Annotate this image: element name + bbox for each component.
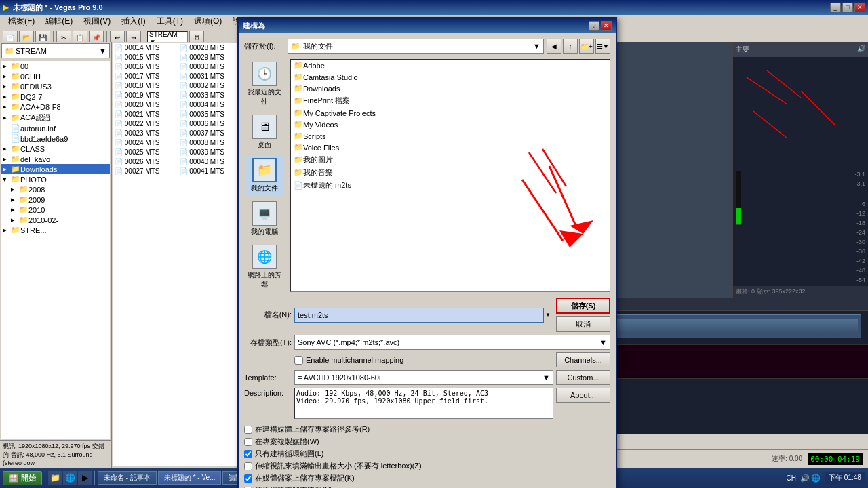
file-00036[interactable]: 📄 00036 MTS xyxy=(178,119,243,128)
shortcut-my-computer[interactable]: 💻 我的電腦 xyxy=(245,199,283,239)
ql-ie[interactable]: 🌐 xyxy=(63,471,77,485)
file-my-pictures[interactable]: 📁我的圖片 xyxy=(291,153,610,166)
file-00033[interactable]: 📄 00033 MTS xyxy=(178,91,243,100)
file-00030[interactable]: 📄 00030 MTS xyxy=(178,62,243,71)
file-00015[interactable]: 📄 00015 MTS xyxy=(113,53,178,62)
checkbox-copy-media[interactable] xyxy=(244,438,252,446)
file-00025[interactable]: 📄 00025 MTS xyxy=(113,148,178,157)
filename-input[interactable] xyxy=(294,308,544,323)
menu-file[interactable]: 檔案(F) xyxy=(3,14,40,28)
close-btn[interactable]: ✕ xyxy=(854,3,865,12)
file-00020[interactable]: 📄 00020 MTS xyxy=(113,100,178,109)
file-00032[interactable]: 📄 00032 MTS xyxy=(178,81,243,90)
menu-insert[interactable]: 插入(I) xyxy=(116,14,151,28)
file-00031[interactable]: 📄 00031 MTS xyxy=(178,72,243,81)
ql-media[interactable]: ▶ xyxy=(78,471,92,485)
minimize-btn[interactable]: _ xyxy=(830,3,841,12)
dialog-help-btn[interactable]: ? xyxy=(589,21,599,30)
description-textarea[interactable]: Audio: 192 Kbps, 48,000 Hz, 24 Bit, Ster… xyxy=(294,388,553,419)
file-00039[interactable]: 📄 00039 MTS xyxy=(178,148,243,157)
file-list[interactable]: 📄 00014 MTS 📄 00028 MTS 📄 00015 MTS 📄 00… xyxy=(113,43,242,466)
tree-item-00[interactable]: ▸📁00 xyxy=(1,61,110,71)
file-00034[interactable]: 📄 00034 MTS xyxy=(178,100,243,109)
menu-edit[interactable]: 編輯(E) xyxy=(40,14,78,28)
tree-item-class[interactable]: ▸📁CLASS xyxy=(1,144,110,154)
dialog-close-btn[interactable]: ✕ xyxy=(601,21,612,30)
file-00014[interactable]: 📄 00014 MTS xyxy=(113,43,178,52)
file-00037[interactable]: 📄 00037 MTS xyxy=(178,129,243,138)
file-scripts[interactable]: 📁Scripts xyxy=(291,130,610,142)
file-00021[interactable]: 📄 00021 MTS xyxy=(113,110,178,119)
file-00017[interactable]: 📄 00017 MTS xyxy=(113,72,178,81)
checkbox-save-markers[interactable] xyxy=(244,474,252,483)
nav-view-btn[interactable]: ☰▼ xyxy=(595,39,610,54)
menu-options[interactable]: 選項(O) xyxy=(189,14,227,28)
file-my-videos[interactable]: 📁My Videos xyxy=(291,119,610,130)
file-00027[interactable]: 📄 00027 MTS xyxy=(113,167,178,176)
file-list-area[interactable]: 📁Adobe 📁Camtasia Studio 📁Downloads 📁Fine… xyxy=(290,59,610,292)
file-m2ts[interactable]: 📄未標題的.m2ts xyxy=(291,179,610,192)
tree-item-bbd[interactable]: 📄bbd1aefde6a9 xyxy=(1,134,110,144)
file-captivate[interactable]: 📁My Captivate Projects xyxy=(291,107,610,119)
file-downloads[interactable]: 📁Downloads xyxy=(291,83,610,94)
file-my-music[interactable]: 📁我的音樂 xyxy=(291,166,610,179)
template-combo[interactable]: = AVCHD 1920x1080-60i ▼ xyxy=(294,370,553,385)
about-button[interactable]: About... xyxy=(556,388,610,403)
taskbar-vegas[interactable]: 未標題的 * - Ve... xyxy=(158,471,222,485)
custom-button[interactable]: Custom... xyxy=(556,370,610,385)
file-00018[interactable]: 📄 00018 MTS xyxy=(113,81,178,90)
checkbox-save-path[interactable] xyxy=(244,426,252,434)
filetype-combo[interactable]: Sony AVC (*.mp4;*.m2ts;*.avc) ▼ xyxy=(294,335,610,350)
file-00024[interactable]: 📄 00024 MTS xyxy=(113,138,178,147)
shortcut-desktop[interactable]: 🖥 桌面 xyxy=(245,112,283,152)
tree-item-del-kavo[interactable]: ▸📁del_kavo xyxy=(1,154,110,164)
file-fineprint[interactable]: 📁FinePrint 檔案 xyxy=(291,94,610,107)
file-00035[interactable]: 📄 00035 MTS xyxy=(178,110,243,119)
tree-item-2008[interactable]: ▸📁2008 xyxy=(1,184,110,195)
file-00040[interactable]: 📄 00040 MTS xyxy=(178,157,243,166)
file-adobe[interactable]: 📁Adobe xyxy=(291,60,610,71)
file-camtasia[interactable]: 📁Camtasia Studio xyxy=(291,71,610,83)
tree-item-0chh[interactable]: ▸📁0CHH xyxy=(1,71,110,81)
tree-item-aca[interactable]: ▸📁ACA認證 xyxy=(1,112,110,123)
maximize-btn[interactable]: □ xyxy=(842,3,853,12)
nav-create-folder-btn[interactable]: 📁+ xyxy=(579,39,594,54)
tree-item-dq2-7[interactable]: ▸📁DQ2-7 xyxy=(1,92,110,102)
cancel-button[interactable]: 取消 xyxy=(556,316,610,332)
shortcut-recent[interactable]: 🕒 我最近的文件 xyxy=(245,59,283,109)
file-00041[interactable]: 📄 00041 MTS xyxy=(178,167,243,176)
save-location-combo[interactable]: 📁 我的文件 ▼ xyxy=(288,39,544,54)
tree-item-photo[interactable]: ▾📁PHOTO xyxy=(1,174,110,184)
file-00016[interactable]: 📄 00016 MTS xyxy=(113,62,178,71)
start-button[interactable]: 🪟 開始 xyxy=(3,471,42,485)
checkbox-loop-range[interactable] xyxy=(244,450,252,458)
nav-up-btn[interactable]: ↑ xyxy=(563,39,578,54)
menu-tools[interactable]: 工具(T) xyxy=(151,14,189,28)
file-00019[interactable]: 📄 00019 MTS xyxy=(113,91,178,100)
file-00038[interactable]: 📄 00038 MTS xyxy=(178,138,243,147)
tree-item-downloads[interactable]: ▸📁Downloads xyxy=(1,164,110,174)
checkbox-stretch-video[interactable] xyxy=(244,462,252,470)
tree-item-2010-02[interactable]: ▸📁2010-02- xyxy=(1,215,110,225)
shortcut-network[interactable]: 🌐 網路上的芳鄰 xyxy=(245,242,283,292)
file-00028[interactable]: 📄 00028 MTS xyxy=(178,43,243,52)
nav-back-btn[interactable]: ◀ xyxy=(547,39,561,54)
file-00026[interactable]: 📄 00026 MTS xyxy=(113,157,178,166)
tree-item-2010[interactable]: ▸📁2010 xyxy=(1,205,110,215)
tree-item-0edius3[interactable]: ▸📁0EDIUS3 xyxy=(1,81,110,92)
file-00022[interactable]: 📄 00022 MTS xyxy=(113,119,178,128)
shortcut-my-docs[interactable]: 📁 我的文件 xyxy=(245,155,283,196)
tree-item-autorun[interactable]: 📄autorun.inf xyxy=(1,123,110,134)
folder-dropdown[interactable]: 📁STREAM▼ xyxy=(1,43,110,58)
tree-item-2009[interactable]: ▸📁2009 xyxy=(1,195,110,205)
tree-item-stre[interactable]: ▸📁STRE... xyxy=(1,225,110,235)
file-voice-files[interactable]: 📁Voice Files xyxy=(291,142,610,153)
file-00023[interactable]: 📄 00023 MTS xyxy=(113,129,178,138)
channels-button[interactable]: Channels... xyxy=(556,352,610,367)
file-00029[interactable]: 📄 00029 MTS xyxy=(178,53,243,62)
tree-item-aca-d8[interactable]: ▸📁ACA+D8-F8 xyxy=(1,102,110,112)
multichannel-checkbox[interactable] xyxy=(294,356,303,365)
menu-view[interactable]: 視圖(V) xyxy=(78,14,116,28)
folder-tree[interactable]: ▸📁00 ▸📁0CHH ▸📁0EDIUS3 ▸📁DQ2-7 ▸📁ACA+D8-F… xyxy=(1,61,110,439)
taskbar-notepad[interactable]: 未命名 - 記事本 xyxy=(98,471,157,485)
